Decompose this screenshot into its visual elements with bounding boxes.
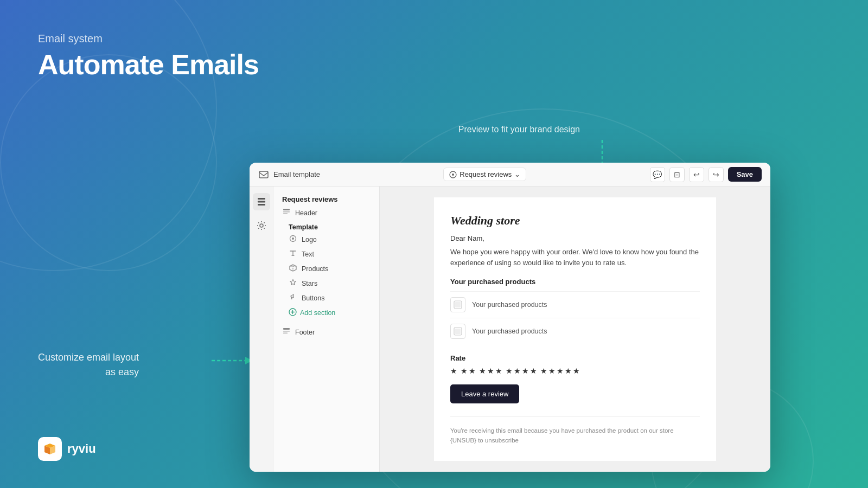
- store-name: Wedding store: [450, 214, 700, 228]
- svg-rect-18: [283, 333, 288, 334]
- preview-area[interactable]: Wedding store Dear Nam, We hope you were…: [380, 187, 770, 472]
- star-group-2: ★ ★: [461, 367, 476, 376]
- product-label-2: Your purchased products: [472, 328, 547, 335]
- header-icon: [282, 208, 291, 217]
- stars-label: Stars: [302, 280, 317, 287]
- toolbar-right: 💬 ⊡ ↩ ↪ Save: [650, 167, 762, 182]
- rate-label: Rate: [450, 354, 700, 362]
- svg-point-14: [292, 237, 294, 240]
- star-group-5: ★ ★ ★ ★ ★: [540, 367, 580, 376]
- svg-rect-11: [283, 211, 290, 213]
- email-preview: Wedding store Dear Nam, We hope you were…: [434, 197, 716, 461]
- text-label: Text: [302, 251, 314, 258]
- products-item[interactable]: Products: [273, 261, 379, 276]
- toolbar-center: Request reviews ⌄: [443, 168, 526, 181]
- svg-point-5: [452, 174, 454, 176]
- star: ★: [540, 367, 547, 376]
- footer-line-2: {UNSUB} to unsubscribe: [450, 435, 700, 445]
- svg-rect-20: [455, 302, 461, 307]
- toolbar: Email template Request reviews ⌄ 💬 ⊡ ↩ ↪…: [250, 163, 770, 187]
- leave-review-button[interactable]: Leave a review: [450, 384, 519, 403]
- star: ★: [479, 367, 486, 376]
- comment-btn[interactable]: 💬: [650, 167, 665, 182]
- main-content: Request reviews Header Template: [250, 187, 770, 472]
- star-group-3: ★ ★ ★: [479, 367, 502, 376]
- star-group-1: ★: [450, 367, 457, 376]
- svg-rect-22: [455, 329, 461, 334]
- svg-point-9: [260, 224, 263, 227]
- svg-rect-6: [258, 198, 265, 200]
- settings-icon-btn[interactable]: [253, 217, 270, 234]
- left-panel: Request reviews Header Template: [273, 187, 380, 472]
- redo-btn[interactable]: ↪: [709, 167, 724, 182]
- add-icon: [289, 308, 297, 318]
- svg-rect-16: [283, 328, 290, 330]
- star: ★: [450, 367, 457, 376]
- hero-section: Email system Automate Emails: [38, 33, 259, 80]
- products-icon: [289, 264, 297, 273]
- logo-item[interactable]: Logo: [273, 232, 379, 247]
- layout-btn[interactable]: ⊡: [669, 167, 685, 182]
- panel-section-title: Request reviews: [273, 191, 379, 206]
- product-row-2: Your purchased products: [450, 318, 700, 344]
- request-reviews-tab[interactable]: Request reviews ⌄: [443, 168, 526, 181]
- product-icon-2: [450, 324, 465, 339]
- star: ★: [487, 367, 494, 376]
- star: ★: [522, 367, 529, 376]
- svg-rect-3: [259, 171, 268, 178]
- products-label: Products: [302, 265, 328, 273]
- add-section-label: Add section: [300, 309, 335, 317]
- logo-icon: [38, 437, 62, 461]
- toolbar-left: Email template: [258, 169, 320, 180]
- add-section-btn[interactable]: Add section: [273, 305, 379, 320]
- save-button[interactable]: Save: [728, 167, 762, 182]
- star: ★: [557, 367, 564, 376]
- star: ★: [495, 367, 502, 376]
- hero-subtitle: Email system: [38, 33, 259, 45]
- footer-label: Footer: [295, 329, 315, 336]
- customize-label: Customize email layout as easy: [38, 350, 139, 380]
- product-row-1: Your purchased products: [450, 291, 700, 318]
- undo-btn[interactable]: ↩: [689, 167, 704, 182]
- template-section-label: Template: [273, 220, 379, 232]
- email-body: We hope you were happy with your order. …: [450, 247, 700, 268]
- star: ★: [548, 367, 556, 376]
- product-label-1: Your purchased products: [472, 301, 547, 309]
- preview-label: Preview to fit your brand design: [458, 125, 580, 134]
- text-item[interactable]: Text: [273, 247, 379, 261]
- email-greeting: Dear Nam,: [450, 234, 700, 242]
- star: ★: [469, 367, 476, 376]
- text-item-icon: [289, 249, 297, 259]
- footer-item[interactable]: Footer: [273, 325, 379, 339]
- star: ★: [514, 367, 521, 376]
- footer-line-1: You're receiving this email because you …: [450, 426, 700, 435]
- logo-label: Logo: [302, 236, 317, 243]
- star: ★: [530, 367, 537, 376]
- footer-icon: [282, 328, 291, 337]
- stars-row: ★ ★ ★ ★ ★ ★ ★ ★ ★ ★: [450, 367, 700, 376]
- header-item[interactable]: Header: [273, 206, 379, 220]
- product-icon-1: [450, 297, 465, 312]
- hero-title: Automate Emails: [38, 49, 259, 80]
- buttons-item[interactable]: Buttons: [273, 291, 379, 305]
- email-footer: You're receiving this email because you …: [450, 416, 700, 446]
- buttons-icon: [289, 293, 297, 303]
- layers-icon-btn[interactable]: [253, 193, 270, 210]
- purchased-title: Your purchased products: [450, 278, 700, 286]
- header-label: Header: [295, 209, 317, 217]
- email-icon: [258, 169, 269, 180]
- toolbar-title: Email template: [273, 170, 320, 178]
- svg-rect-12: [283, 214, 288, 215]
- star: ★: [573, 367, 580, 376]
- stars-item[interactable]: Stars: [273, 276, 379, 291]
- logo-text: ryviu: [67, 442, 96, 456]
- logo-area: ryviu: [38, 437, 96, 461]
- buttons-label: Buttons: [302, 294, 324, 302]
- star: ★: [565, 367, 572, 376]
- svg-rect-10: [283, 209, 290, 210]
- star: ★: [506, 367, 513, 376]
- logo-item-icon: [289, 235, 297, 244]
- svg-rect-17: [283, 331, 290, 332]
- email-template-window: Email template Request reviews ⌄ 💬 ⊡ ↩ ↪…: [250, 163, 770, 472]
- stars-icon: [289, 279, 297, 288]
